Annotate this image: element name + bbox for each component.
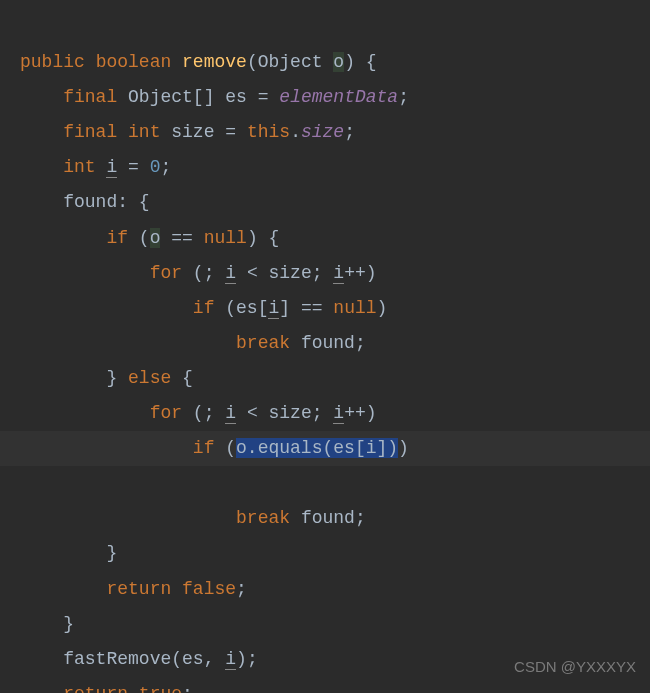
code-line-6: if (o == null) {: [20, 228, 279, 248]
code-line-17: fastRemove(es, i);: [20, 649, 258, 670]
code-line-15: return false;: [20, 579, 247, 599]
code-line-2: final Object[] es = elementData;: [20, 87, 409, 107]
code-line-3: final int size = this.size;: [20, 122, 355, 142]
watermark-text: CSDN @YXXXYX: [514, 652, 636, 681]
code-line-9: break found;: [20, 333, 366, 353]
code-line-4: int i = 0;: [20, 157, 171, 178]
code-line-16: }: [20, 614, 74, 634]
code-line-1: public boolean remove(Object o) {: [20, 52, 377, 72]
code-line-18: return true;: [20, 684, 193, 693]
code-line-13: break found;: [20, 508, 366, 528]
code-line-10: } else {: [20, 368, 193, 388]
code-line-11: for (; i < size; i++): [20, 403, 377, 424]
code-line-12-highlighted: if (o.equals(es[i])): [0, 431, 650, 466]
code-line-7: for (; i < size; i++): [20, 263, 377, 284]
code-line-8: if (es[i] == null): [20, 298, 387, 319]
code-line-14: }: [20, 543, 117, 563]
code-block: public boolean remove(Object o) { final …: [0, 10, 650, 693]
code-line-5: found: {: [20, 192, 150, 212]
